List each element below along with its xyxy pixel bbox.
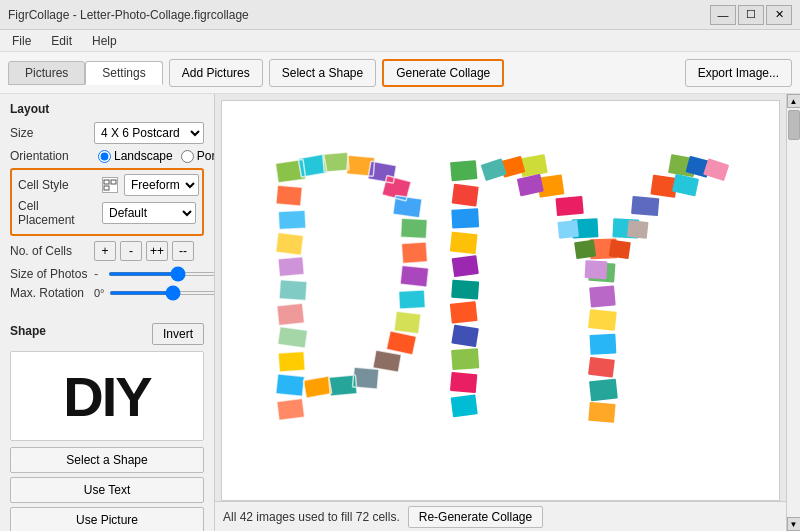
svg-rect-0 <box>104 180 109 184</box>
max-rotation-label: Max. Rotation <box>10 286 90 300</box>
orientation-label: Orientation <box>10 149 90 163</box>
scroll-thumb[interactable] <box>788 110 800 140</box>
svg-rect-55 <box>588 357 615 378</box>
no-cells-label: No. of Cells <box>10 244 90 258</box>
portrait-radio-label[interactable]: Portrait <box>181 149 215 163</box>
size-photos-minus-icon[interactable]: - <box>94 266 104 281</box>
main-layout: Layout Size 4 X 6 Postcard Orientation L… <box>0 94 800 531</box>
cell-style-row: Cell Style Freeform <box>18 174 196 196</box>
svg-rect-53 <box>588 309 617 331</box>
landscape-label: Landscape <box>114 149 173 163</box>
title-bar-controls: — ☐ ✕ <box>710 5 792 25</box>
svg-rect-2 <box>104 186 109 190</box>
shape-section: Shape Invert DIY Select a Shape Use Text… <box>0 317 214 531</box>
maximize-button[interactable]: ☐ <box>738 5 764 25</box>
svg-rect-62 <box>574 240 596 260</box>
scrollbar-area: ▲ ▼ <box>786 94 800 531</box>
orientation-row: Orientation Landscape Portrait <box>10 149 204 163</box>
invert-button[interactable]: Invert <box>152 323 204 345</box>
svg-rect-7 <box>276 232 304 255</box>
svg-rect-44 <box>555 196 583 216</box>
layout-title: Layout <box>10 102 204 116</box>
svg-rect-1 <box>111 180 116 184</box>
shape-preview: DIY <box>10 351 204 441</box>
size-photos-slider[interactable] <box>108 272 215 276</box>
tab-settings[interactable]: Settings <box>85 61 162 85</box>
minimize-button[interactable]: — <box>710 5 736 25</box>
shape-title: Shape <box>10 324 46 338</box>
cells-minus-minus-button[interactable]: -- <box>172 241 194 261</box>
cell-style-label: Cell Style <box>18 178 98 192</box>
cell-style-icon <box>102 177 118 193</box>
svg-rect-21 <box>401 218 428 238</box>
menu-file[interactable]: File <box>6 32 37 50</box>
menu-bar: File Edit Help <box>0 30 800 52</box>
letter-i <box>450 160 479 417</box>
tab-strip: Pictures Settings <box>8 61 163 85</box>
cells-plus-plus-button[interactable]: ++ <box>146 241 168 261</box>
cell-style-select[interactable]: Freeform <box>124 174 199 196</box>
select-shape-button[interactable]: Select a Shape <box>269 59 376 87</box>
collage-svg <box>222 101 779 500</box>
close-button[interactable]: ✕ <box>766 5 792 25</box>
tab-pictures[interactable]: Pictures <box>8 61 85 85</box>
svg-rect-52 <box>589 285 616 307</box>
svg-rect-6 <box>278 210 306 229</box>
svg-rect-25 <box>394 311 421 334</box>
svg-rect-63 <box>609 240 631 260</box>
cell-placement-select[interactable]: Default <box>102 202 196 224</box>
svg-rect-40 <box>450 372 477 393</box>
layout-section: Layout Size 4 X 6 Postcard Orientation L… <box>0 94 214 309</box>
svg-rect-5 <box>276 185 302 206</box>
svg-rect-22 <box>401 242 427 264</box>
svg-rect-12 <box>278 351 305 372</box>
rotation-min-value: 0° <box>94 287 105 299</box>
svg-rect-35 <box>452 255 479 277</box>
size-photos-row: Size of Photos - + <box>10 266 204 281</box>
size-select[interactable]: 4 X 6 Postcard <box>94 122 204 144</box>
shape-preview-text: DIY <box>63 364 150 429</box>
svg-rect-66 <box>557 220 579 239</box>
cells-plus-button[interactable]: + <box>94 241 116 261</box>
svg-rect-32 <box>452 184 479 207</box>
scroll-up-arrow[interactable]: ▲ <box>787 94 801 108</box>
window-title: FigrCollage - Letter-Photo-Collage.figrc… <box>8 8 249 22</box>
no-cells-row: No. of Cells + - ++ -- <box>10 241 204 261</box>
svg-rect-8 <box>278 257 304 277</box>
size-row: Size 4 X 6 Postcard <box>10 122 204 144</box>
max-rotation-row: Max. Rotation 0° 70° <box>10 286 204 300</box>
svg-rect-54 <box>590 334 617 355</box>
svg-rect-34 <box>450 232 478 254</box>
svg-rect-10 <box>277 303 305 325</box>
max-rotation-slider[interactable] <box>109 291 215 295</box>
select-shape-panel-button[interactable]: Select a Shape <box>10 447 204 473</box>
canvas-area: All 42 images used to fill 72 cells. Re-… <box>215 94 786 531</box>
landscape-radio-label[interactable]: Landscape <box>98 149 173 163</box>
status-bar: All 42 images used to fill 72 cells. Re-… <box>215 501 786 531</box>
use-picture-button[interactable]: Use Picture <box>10 507 204 531</box>
cell-placement-row: Cell Placement Default <box>18 199 196 227</box>
size-label: Size <box>10 126 90 140</box>
svg-rect-41 <box>451 394 478 417</box>
title-bar: FigrCollage - Letter-Photo-Collage.figrc… <box>0 0 800 30</box>
cell-placement-label: Cell Placement <box>18 199 98 227</box>
landscape-radio[interactable] <box>98 150 111 163</box>
svg-rect-13 <box>276 374 305 397</box>
menu-edit[interactable]: Edit <box>45 32 78 50</box>
svg-rect-36 <box>451 280 479 300</box>
menu-help[interactable]: Help <box>86 32 123 50</box>
generate-collage-button[interactable]: Generate Collage <box>382 59 504 87</box>
cells-minus-button[interactable]: - <box>120 241 142 261</box>
portrait-label: Portrait <box>197 149 215 163</box>
orange-bordered-section: Cell Style Freeform Cell Placement <box>10 168 204 236</box>
portrait-radio[interactable] <box>181 150 194 163</box>
svg-rect-31 <box>450 160 477 181</box>
regenerate-button[interactable]: Re-Generate Collage <box>408 506 543 528</box>
shape-header: Shape Invert <box>10 323 204 345</box>
svg-rect-56 <box>589 379 618 402</box>
canvas-inner <box>221 100 780 501</box>
export-image-button[interactable]: Export Image... <box>685 59 792 87</box>
add-pictures-button[interactable]: Add Pictures <box>169 59 263 87</box>
use-text-button[interactable]: Use Text <box>10 477 204 503</box>
scroll-down-arrow[interactable]: ▼ <box>787 517 801 531</box>
